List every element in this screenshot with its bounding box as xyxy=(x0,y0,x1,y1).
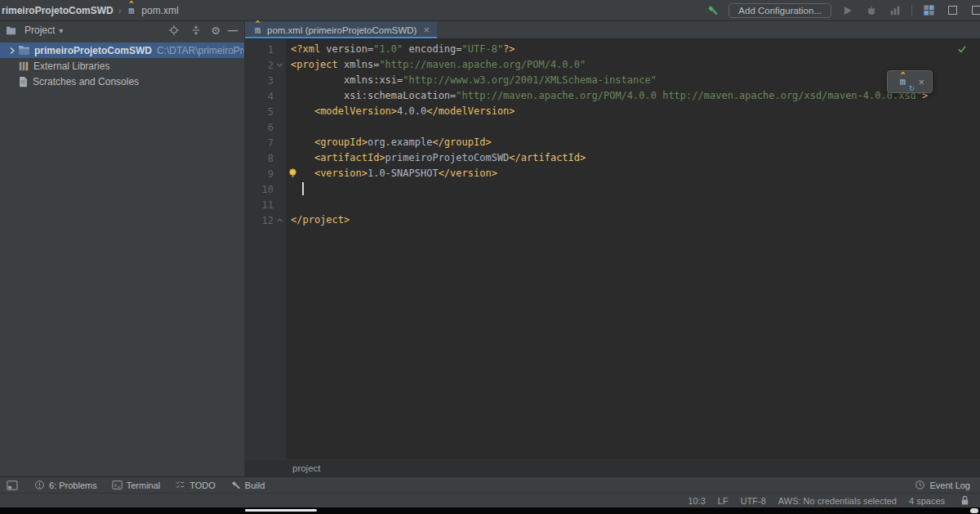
tool-window-bar: 6: Problems Terminal TODO Build Event Lo… xyxy=(0,476,980,493)
line-number[interactable]: 10 xyxy=(245,184,274,195)
maven-icon: m xyxy=(898,77,908,87)
toolwindow-terminal[interactable]: Terminal xyxy=(112,480,161,490)
line-number[interactable]: 4 xyxy=(245,91,274,102)
line-number[interactable]: 2 xyxy=(245,60,274,71)
editor-breadcrumbs: project xyxy=(245,459,980,476)
code-line[interactable]: <project xmlns="http://maven.apache.org/… xyxy=(291,57,980,73)
line-number[interactable]: 5 xyxy=(245,106,274,118)
line-number[interactable]: 6 xyxy=(245,122,274,133)
maven-reload-popup: m ↻ × xyxy=(887,70,933,93)
toolwindow-label: Event Log xyxy=(929,480,970,490)
toolwindow-problems[interactable]: 6: Problems xyxy=(34,480,97,490)
code-line[interactable]: xsi:schemaLocation="http://maven.apache.… xyxy=(291,88,980,104)
line-number[interactable]: 11 xyxy=(245,199,274,211)
square-icon xyxy=(972,6,980,15)
project-tree: primeiroProjetoComSWD C:\DTAR\primeiroPr… xyxy=(0,39,244,89)
titlebar-actions: Add Configuration... xyxy=(705,3,975,18)
code-line[interactable] xyxy=(291,197,980,212)
tree-item-label: primeiroProjetoComSWD xyxy=(34,45,152,56)
window-icon[interactable] xyxy=(945,3,960,18)
breadcrumb-file[interactable]: pom.xml xyxy=(141,5,178,16)
project-folder-icon xyxy=(18,45,30,56)
tree-item-external-libraries[interactable]: External Libraries xyxy=(0,58,244,74)
terminal-icon xyxy=(112,480,122,490)
problems-icon xyxy=(34,480,45,490)
maven-reload-button[interactable]: m ↻ xyxy=(895,74,910,89)
collapse-all-icon[interactable] xyxy=(189,23,203,38)
aws-status[interactable]: AWS: No credentials selected xyxy=(778,496,897,506)
breadcrumb-tag[interactable]: project xyxy=(292,463,321,473)
toolwindow-event-log[interactable]: Event Log xyxy=(915,480,970,490)
project-panel: Project ▾ ⚙ — xyxy=(0,21,245,476)
indent-setting[interactable]: 4 spaces xyxy=(909,496,945,506)
toolbar-separator xyxy=(911,5,912,16)
clipped-window-icon[interactable] xyxy=(969,3,980,18)
code-area[interactable]: <?xml version="1.0" encoding="UTF-8"?><p… xyxy=(286,39,980,459)
code-line[interactable]: </project> xyxy=(291,212,980,228)
line-number[interactable]: 8 xyxy=(245,153,274,164)
code-line[interactable] xyxy=(291,181,980,197)
close-tab-icon[interactable]: × xyxy=(423,25,430,35)
close-icon[interactable]: × xyxy=(918,77,924,87)
line-number[interactable]: 9 xyxy=(245,168,274,180)
code-line[interactable]: <?xml version="1.0" encoding="UTF-8"?> xyxy=(291,42,980,57)
toolwindow-label: TODO xyxy=(189,480,216,490)
fold-marker-icon[interactable] xyxy=(274,217,286,224)
file-encoding[interactable]: UTF-8 xyxy=(741,496,766,506)
chevron-down-icon[interactable]: ▾ xyxy=(59,26,63,35)
line-number[interactable]: 1 xyxy=(245,44,274,56)
project-view-icon xyxy=(6,26,16,35)
code-line[interactable] xyxy=(291,119,980,135)
toolwindow-todo[interactable]: TODO xyxy=(175,480,216,490)
libraries-icon xyxy=(18,60,29,72)
code-line[interactable]: <version>1.0-SNAPSHOT</version> xyxy=(291,166,980,181)
toolwindow-label: 6: Problems xyxy=(49,480,97,490)
main-area: Project ▾ ⚙ — xyxy=(0,21,980,476)
tool-window-switcher-icon[interactable] xyxy=(5,478,20,493)
editor-tab-bar: m pom.xml (primeiroProjetoComSWD) × xyxy=(245,21,980,39)
intention-bulb-icon[interactable] xyxy=(288,168,297,181)
project-panel-header: Project ▾ ⚙ — xyxy=(0,21,244,39)
toolwindow-build[interactable]: Build xyxy=(230,480,265,490)
hide-panel-icon[interactable]: — xyxy=(228,25,238,35)
inspections-ok-icon[interactable] xyxy=(957,42,967,57)
todo-icon xyxy=(175,480,185,490)
toolwindow-label: Build xyxy=(245,480,265,490)
caret-position[interactable]: 10:3 xyxy=(688,496,705,506)
run-icon[interactable] xyxy=(840,3,855,18)
chevron-right-icon[interactable] xyxy=(7,47,18,55)
code-line[interactable]: <groupId>org.example</groupId> xyxy=(291,135,980,150)
line-number[interactable]: 3 xyxy=(245,75,274,87)
project-panel-title[interactable]: Project xyxy=(24,25,55,36)
breadcrumb-project[interactable]: rimeiroProjetoComSWD xyxy=(2,5,114,16)
editor-area: m pom.xml (primeiroProjetoComSWD) × 1234… xyxy=(245,21,980,476)
add-configuration-button[interactable]: Add Configuration... xyxy=(728,3,831,18)
maven-file-icon: m xyxy=(126,6,136,16)
ide-window: rimeiroProjetoComSWD › m pom.xml Add Con… xyxy=(0,0,980,514)
line-separator[interactable]: LF xyxy=(718,496,728,506)
line-number[interactable]: 12 xyxy=(245,215,274,226)
event-log-icon xyxy=(915,480,925,490)
square-icon xyxy=(948,6,957,15)
code-line[interactable]: <artifactId>primeiroProjetoComSWD</artif… xyxy=(291,150,980,166)
status-bar: 10:3 LF UTF-8 AWS: No credentials select… xyxy=(0,493,980,507)
titlebar-breadcrumb: rimeiroProjetoComSWD › m pom.xml xyxy=(2,5,179,16)
services-icon[interactable] xyxy=(921,3,936,18)
code-line[interactable]: xmlns:xsi="http://www.w3.org/2001/XMLSch… xyxy=(291,73,980,88)
tree-item-label: External Libraries xyxy=(33,60,109,72)
locate-file-icon[interactable] xyxy=(167,23,181,38)
tree-item-project-root[interactable]: primeiroProjetoComSWD C:\DTAR\primeiroPr… xyxy=(0,42,244,58)
reload-badge-icon: ↻ xyxy=(909,84,915,92)
code-line[interactable]: <modelVersion>4.0.0</modelVersion> xyxy=(291,104,980,119)
fold-marker-icon[interactable] xyxy=(274,61,286,69)
caret xyxy=(302,182,304,195)
lock-icon[interactable] xyxy=(957,494,972,508)
debug-icon[interactable] xyxy=(864,3,879,18)
line-number[interactable]: 7 xyxy=(245,137,274,149)
taskbar-edge xyxy=(0,507,980,514)
settings-gear-icon[interactable]: ⚙ xyxy=(211,25,220,36)
tree-item-scratches[interactable]: Scratches and Consoles xyxy=(0,74,244,89)
build-hammer-icon[interactable] xyxy=(705,3,719,18)
editor-tab-pom[interactable]: m pom.xml (primeiroProjetoComSWD) × xyxy=(245,21,437,38)
profiler-icon[interactable] xyxy=(888,3,902,18)
